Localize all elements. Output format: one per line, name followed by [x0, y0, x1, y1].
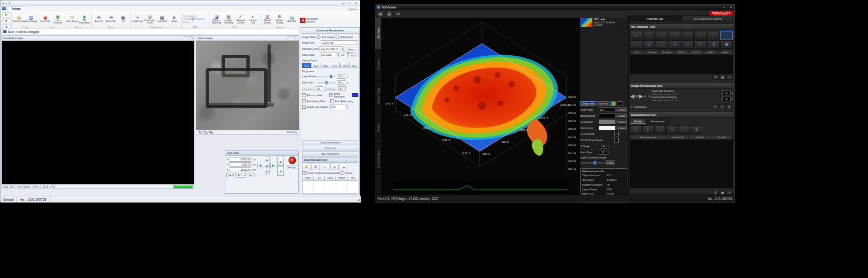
- measurement-list-column-header[interactable]: Param(3): [711, 135, 733, 140]
- roi-list-column-header[interactable]: Height: [718, 50, 733, 55]
- prev-image-button[interactable]: ◀: [630, 93, 634, 99]
- accordion-section-header[interactable]: Color Parameters: [302, 140, 358, 145]
- stage-position-field[interactable]: 18312.0: [230, 167, 251, 172]
- init-button[interactable]: Init.: [247, 173, 254, 177]
- tab-3d-parameter-setting[interactable]: 3D Parameter Setting: [682, 15, 734, 22]
- contrast-right-icon[interactable]: ◑: [647, 94, 650, 98]
- colormap-chip-icon[interactable]: [610, 101, 616, 106]
- roi-list[interactable]: [630, 55, 733, 74]
- background-default-button[interactable]: Default: [616, 113, 627, 118]
- tab-profile[interactable]: Profile: [630, 119, 646, 124]
- color-map-dropdown[interactable]: JET: [599, 107, 616, 112]
- titlebar[interactable]: ▸ ▾ ↻ – □ ×: [0, 0, 360, 6]
- toolbar-button[interactable]: ⊖ Zoom Out: [105, 12, 117, 26]
- height-smoothing-field[interactable]: 3: [722, 90, 731, 95]
- laser-power-field[interactable]: 65.0: [337, 74, 346, 79]
- apply-button[interactable]: Apply: [349, 53, 358, 57]
- data-management-tool-button[interactable]: ▥: [312, 164, 320, 170]
- roi-tool-button[interactable]: ∷: [669, 31, 681, 39]
- jog-center-button[interactable]: ▦: [264, 163, 270, 168]
- tab-home[interactable]: Home: [7, 6, 25, 11]
- advanced-toggle[interactable]: Advanced: [634, 105, 646, 108]
- preview-checkbox[interactable]: ✓: [341, 171, 344, 175]
- stage-position-field[interactable]: 28020.0: [230, 157, 251, 162]
- xyz-scale-equal-checkbox[interactable]: [614, 138, 619, 143]
- resize-grip[interactable]: ◢: [357, 198, 361, 202]
- optical-zoom-button[interactable]: x4.8: [340, 63, 349, 68]
- emergency-stop-button[interactable]: [289, 157, 296, 164]
- toolbar-button[interactable]: ▥ Recall Layout: [261, 12, 274, 26]
- display-icon[interactable]: ▭: [394, 11, 402, 17]
- tab-roughness[interactable]: Roughness: [646, 119, 668, 124]
- 3d-surface-view[interactable]: 140.0460.0780.01100.01420.0 180.0500.082…: [381, 18, 580, 196]
- data-management-tool-button[interactable]: ▤: [302, 164, 311, 170]
- turn-on-laser-checkbox[interactable]: [302, 93, 306, 97]
- saturation-color-swatch[interactable]: [352, 93, 358, 97]
- z-down-button[interactable]: ▼: [277, 166, 284, 176]
- high-speed-radio[interactable]: [335, 35, 339, 39]
- light-angle-slider[interactable]: [580, 162, 604, 164]
- stage-spinner[interactable]: ▴▾: [252, 158, 252, 161]
- intensity-smoothing-spinner[interactable]: ▴▾: [732, 97, 733, 100]
- measurement-tool-button[interactable]: ⌢: [654, 125, 666, 134]
- optical-zoom-button[interactable]: x6.0: [349, 63, 358, 68]
- grid-color-default-button[interactable]: Default: [616, 120, 627, 124]
- view-tab[interactable]: Profile: [375, 112, 381, 143]
- toolbar-button[interactable]: ▤ Raw File: [286, 12, 298, 26]
- data-list-column-header[interactable]: Time: [347, 176, 358, 180]
- toolbar-button[interactable]: ∠ Measure Control: [235, 12, 247, 26]
- roi-list-column-header[interactable]: Width: [703, 50, 718, 55]
- font-size-field[interactable]: 12: [599, 150, 607, 155]
- second-gain-button[interactable]: 2nd Gain: [324, 87, 337, 91]
- font-color-default-button[interactable]: Default: [616, 126, 627, 130]
- data-list-column-header[interactable]: Ver: [313, 176, 325, 180]
- contrast-left-icon[interactable]: ◐: [644, 94, 646, 98]
- roi-tool-button[interactable]: ▫: [630, 40, 642, 49]
- roi-tool-button[interactable]: ∙∙: [643, 31, 655, 39]
- roi-tool-button[interactable]: ▭: [643, 40, 655, 49]
- toolbar-button[interactable]: ⚙ System Config: [274, 12, 286, 26]
- toolbar-button[interactable]: ▥ Save Config: [25, 12, 37, 26]
- panel-pin-icon[interactable]: ▫: [183, 36, 187, 40]
- file-thumbnail[interactable]: [580, 18, 593, 27]
- measurement-list[interactable]: [630, 140, 733, 188]
- scan-mode-dropdown[interactable]: Uni-scan: [320, 53, 339, 57]
- background-chip-icon[interactable]: [617, 101, 623, 106]
- roi-list-column-header[interactable]: No.: [630, 50, 645, 55]
- roi-tool-button[interactable]: ○: [682, 40, 694, 49]
- data-list-column-header[interactable]: Index: [302, 176, 313, 180]
- measurement-list-column-header[interactable]: Parameter(1): [667, 135, 689, 140]
- top-view-button[interactable]: Top View: [597, 101, 609, 106]
- toolbar-button[interactable]: ◉ Live Color: [39, 12, 52, 26]
- measurement-list-column-header[interactable]: Param(2): [689, 135, 711, 140]
- panel-close-icon[interactable]: ×: [188, 36, 193, 40]
- color-map-default-button[interactable]: Default: [616, 107, 627, 112]
- light-angle-default-button[interactable]: Default: [605, 160, 615, 165]
- data-management-tool-button[interactable]: ▭: [321, 164, 329, 170]
- optical-zoom-button[interactable]: x3.0: [321, 63, 330, 68]
- background-swatch[interactable]: [599, 113, 616, 118]
- color-image-viewport[interactable]: [196, 41, 299, 130]
- auto-refocusing-checkbox[interactable]: [330, 99, 334, 103]
- laser-power-spinner[interactable]: ▴▾: [347, 75, 348, 78]
- maximize-button[interactable]: □: [347, 1, 353, 5]
- view-tab[interactable]: Section View: [375, 81, 381, 112]
- open-file-icon[interactable]: ▤: [377, 11, 384, 17]
- roi-list-column-header[interactable]: (X2,Y2): [689, 50, 703, 55]
- panel-close-icon[interactable]: ×: [293, 36, 297, 40]
- toolbar-button[interactable]: ◎ Concentric Circle: [144, 12, 156, 26]
- quick-access-icon[interactable]: ▸: [2, 1, 4, 6]
- roi-tool-button[interactable]: ▣: [720, 40, 733, 49]
- next-image-button[interactable]: ▶: [639, 93, 643, 99]
- data-management-tool-button[interactable]: ■: [330, 164, 339, 170]
- measurement-tool-button[interactable]: ┼: [691, 125, 702, 134]
- file-info[interactable]: 001.nsdx 2020. 8. 7. 8:44:49 4.63MB: [580, 18, 627, 27]
- roi-table-icon[interactable]: ▣: [720, 75, 726, 80]
- undo-icon[interactable]: ↶: [712, 104, 718, 109]
- jog-down-button[interactable]: ▼: [264, 169, 270, 174]
- roi-tool-button[interactable]: ∴: [656, 31, 668, 39]
- export-format-dropdown[interactable]: AVI: [330, 105, 348, 109]
- stage-spinner[interactable]: ▴▾: [252, 168, 252, 171]
- transparency-slider[interactable]: [183, 18, 205, 20]
- roi-list-column-header[interactable]: ROI Size: [660, 50, 674, 55]
